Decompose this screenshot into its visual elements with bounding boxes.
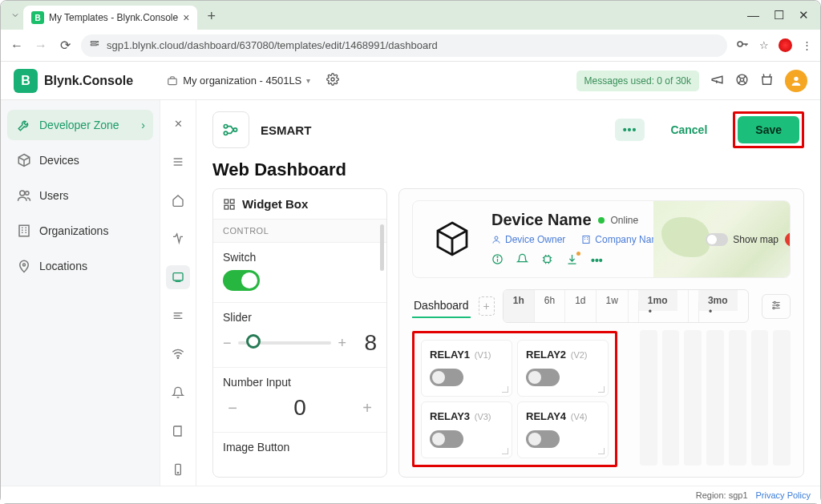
rail-docs-icon[interactable] [166, 419, 190, 443]
nav-reload-icon[interactable]: ⟳ [57, 38, 73, 53]
bookmark-star-icon[interactable]: ☆ [759, 39, 769, 51]
nav-label: Locations [39, 260, 87, 272]
add-tab-button[interactable]: + [479, 296, 495, 316]
relay-switch-off[interactable] [526, 430, 560, 448]
scrollbar[interactable] [380, 224, 384, 271]
widget-item-number-input[interactable]: Number Input − 0 + [213, 367, 386, 432]
tab-dashboard[interactable]: Dashboard [412, 294, 471, 318]
extension-icon[interactable] [779, 38, 792, 52]
footer-privacy-link[interactable]: Privacy Policy [756, 490, 811, 500]
rail-datastreams-icon[interactable] [166, 227, 190, 251]
brand-name: Blynk.Console [44, 74, 133, 88]
slider-value: 8 [353, 330, 377, 356]
widget-item-image-button[interactable]: Image Button [213, 432, 386, 471]
resize-handle-icon[interactable] [598, 386, 605, 393]
nav-devices[interactable]: Devices [7, 145, 153, 175]
rail-events-icon[interactable] [166, 381, 190, 405]
nav-back-icon[interactable]: ← [9, 38, 25, 53]
rail-wifi-icon[interactable] [166, 342, 190, 366]
resize-handle-icon[interactable] [502, 448, 508, 454]
url-text: sgp1.blynk.cloud/dashboard/637080/templa… [107, 39, 438, 51]
chevron-right-icon: › [141, 119, 145, 131]
window-close-icon[interactable]: ✕ [799, 8, 809, 22]
relay-widget-2[interactable]: RELAY2 (V2) [517, 340, 609, 397]
svg-point-10 [20, 191, 25, 196]
cancel-button[interactable]: Cancel [656, 117, 722, 143]
download-icon[interactable] [566, 253, 578, 268]
nav-forward-icon[interactable]: → [33, 38, 49, 53]
messages-usage-pill[interactable]: Messages used: 0 of 30k [576, 71, 699, 91]
building-icon [17, 224, 31, 238]
resize-handle-icon[interactable] [598, 448, 605, 454]
relay-widget-3[interactable]: RELAY3 (V3) [421, 401, 512, 458]
rail-close-icon[interactable]: ✕ [166, 111, 190, 135]
brand[interactable]: B Blynk.Console [14, 69, 133, 93]
tabsearch-icon[interactable] [10, 10, 20, 20]
time-1w[interactable]: 1w [596, 290, 628, 322]
window-minimize-icon[interactable]: — [747, 8, 759, 22]
window-maximize-icon[interactable]: ☐ [774, 8, 784, 22]
svg-rect-29 [224, 205, 229, 209]
bell-icon[interactable] [516, 253, 528, 268]
browser-tab[interactable]: B My Templates - Blynk.Console × [23, 6, 197, 30]
settings-gear-icon[interactable] [326, 73, 339, 88]
nav-organizations[interactable]: Organizations [7, 216, 153, 246]
nav-locations[interactable]: Locations [7, 251, 153, 281]
time-1mo[interactable]: 1mo • [628, 290, 688, 322]
announce-icon[interactable] [710, 73, 724, 89]
map-thumbnail: Show map UP [653, 201, 791, 277]
nav-developer-zone[interactable]: Developer Zone › [7, 110, 153, 140]
time-1d[interactable]: 1d [564, 290, 595, 322]
rail-automations-icon[interactable] [166, 304, 190, 328]
rail-mobile-icon[interactable] [166, 458, 190, 482]
svg-rect-36 [544, 256, 551, 263]
password-key-icon[interactable] [735, 37, 750, 54]
nav-label: Users [39, 189, 69, 202]
device-more-icon[interactable]: ••• [591, 254, 603, 267]
company-name-link[interactable]: Company Name [581, 234, 665, 245]
widget-box-panel: Widget Box CONTROL Switch Slider − [212, 188, 387, 478]
help-icon[interactable] [735, 73, 749, 89]
time-1h[interactable]: 1h [504, 290, 534, 322]
wrench-icon [17, 118, 31, 132]
site-settings-icon[interactable] [89, 38, 100, 52]
rail-webdashboard-icon[interactable] [166, 265, 190, 289]
relay-widget-4[interactable]: RELAY4 (V4) [517, 401, 609, 458]
url-field[interactable]: sgp1.blynk.cloud/dashboard/637080/templa… [81, 34, 727, 57]
browser-menu-icon[interactable]: ⋮ [802, 39, 812, 51]
show-map-toggle[interactable]: Show map [706, 233, 779, 246]
shop-icon[interactable] [760, 73, 774, 89]
nav-label: Developer Zone [39, 119, 119, 131]
resize-handle-icon[interactable] [502, 386, 508, 393]
time-6h[interactable]: 6h [534, 290, 564, 322]
time-range-picker[interactable]: 1h 6h 1d 1w 1mo • 3mo • [503, 289, 749, 323]
widget-item-slider[interactable]: Slider − + 8 [213, 302, 386, 367]
relay-switch-off[interactable] [430, 369, 463, 386]
widget-label: Switch [223, 251, 377, 264]
nav-users[interactable]: Users [7, 180, 153, 211]
device-owner-link[interactable]: Device Owner [491, 234, 565, 245]
relay-widget-1[interactable]: RELAY1 (V1) [421, 340, 512, 397]
rail-list-icon[interactable] [166, 150, 190, 174]
filter-sliders-icon[interactable] [762, 294, 791, 319]
update-badge[interactable]: UP [785, 232, 791, 246]
time-3mo[interactable]: 3mo • [688, 290, 748, 322]
rail-home-icon[interactable] [166, 188, 190, 212]
tab-close-icon[interactable]: × [183, 11, 189, 24]
device-card: Device Name Online Device Owner [412, 200, 791, 278]
chip-icon[interactable] [541, 253, 553, 268]
minus-icon: − [223, 399, 242, 417]
org-selector[interactable]: My organization - 4501LS ▾ [167, 75, 310, 87]
svg-point-40 [777, 304, 779, 305]
more-actions-button[interactable]: ••• [615, 119, 645, 141]
tab-title: My Templates - Blynk.Console [49, 12, 178, 23]
online-dot-icon [598, 217, 605, 224]
relay-switch-off[interactable] [430, 430, 463, 448]
new-tab-button[interactable]: + [200, 8, 222, 25]
save-button[interactable]: Save [738, 116, 799, 143]
user-avatar[interactable] [785, 70, 807, 92]
widget-box-title: Widget Box [242, 197, 308, 211]
widget-item-switch[interactable]: Switch [213, 242, 386, 302]
relay-switch-off[interactable] [526, 369, 560, 386]
info-icon[interactable] [491, 253, 504, 268]
